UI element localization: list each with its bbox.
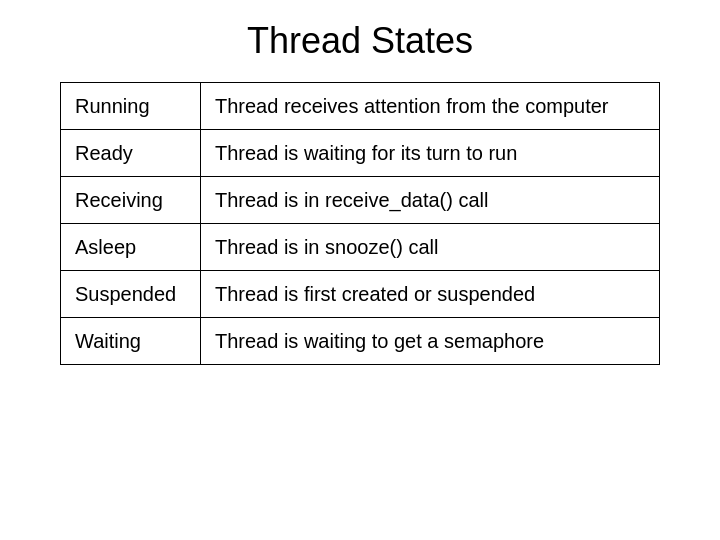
description-cell: Thread is first created or suspended: [201, 271, 660, 318]
state-cell: Receiving: [61, 177, 201, 224]
state-cell: Waiting: [61, 318, 201, 365]
description-cell: Thread is in snooze() call: [201, 224, 660, 271]
state-cell: Suspended: [61, 271, 201, 318]
table-row: AsleepThread is in snooze() call: [61, 224, 660, 271]
page-title: Thread States: [247, 20, 473, 62]
thread-states-table: RunningThread receives attention from th…: [60, 82, 660, 365]
state-cell: Ready: [61, 130, 201, 177]
table-row: RunningThread receives attention from th…: [61, 83, 660, 130]
table-row: SuspendedThread is first created or susp…: [61, 271, 660, 318]
table-row: WaitingThread is waiting to get a semaph…: [61, 318, 660, 365]
state-cell: Running: [61, 83, 201, 130]
description-cell: Thread is waiting to get a semaphore: [201, 318, 660, 365]
state-cell: Asleep: [61, 224, 201, 271]
table-row: ReadyThread is waiting for its turn to r…: [61, 130, 660, 177]
description-cell: Thread receives attention from the compu…: [201, 83, 660, 130]
description-cell: Thread is in receive_data() call: [201, 177, 660, 224]
description-cell: Thread is waiting for its turn to run: [201, 130, 660, 177]
table-row: ReceivingThread is in receive_data() cal…: [61, 177, 660, 224]
